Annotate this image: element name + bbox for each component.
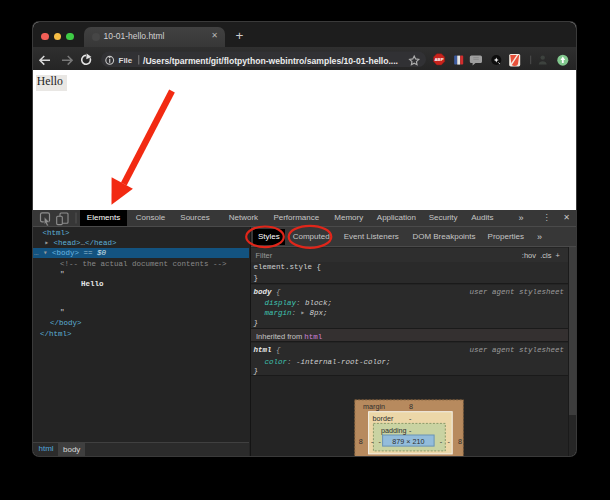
svg-text:8: 8: [409, 402, 413, 411]
svg-text:padding: padding: [381, 426, 407, 435]
svg-text:border: border: [373, 414, 394, 423]
svg-text:8: 8: [458, 437, 462, 446]
svg-text:ABP: ABP: [434, 57, 443, 62]
svg-text:8: 8: [359, 437, 363, 446]
svg-text:879 × 210: 879 × 210: [392, 437, 424, 446]
svg-text:margin: margin: [363, 402, 385, 411]
